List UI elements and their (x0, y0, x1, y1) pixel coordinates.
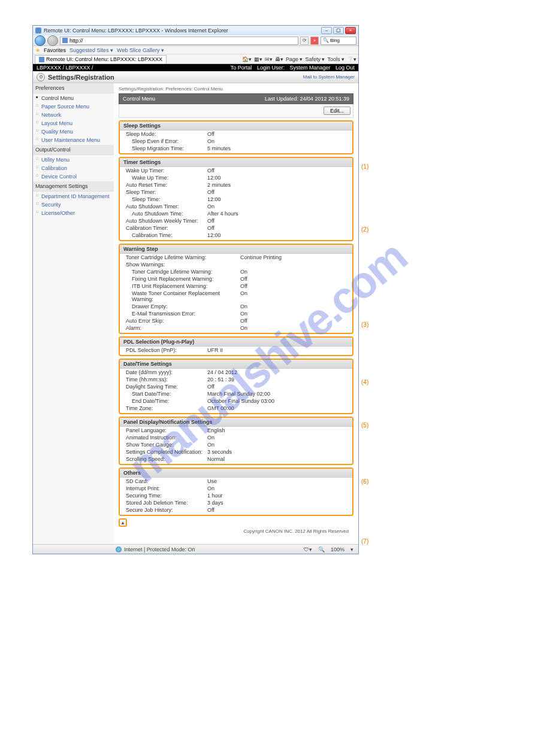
setting-label: Date (dd/mm yyyy): (126, 369, 204, 375)
setting-label: Panel Language: (126, 427, 204, 433)
sidebar-item[interactable]: User Maintenance Menu (33, 136, 114, 144)
setting-label: Scrolling Speed: (126, 456, 204, 462)
setting-value: 3 seconds (204, 449, 352, 455)
setting-value: Off (204, 507, 352, 513)
setting-value: Off (237, 276, 352, 282)
setting-row: Secure Job History:Off (120, 506, 352, 514)
setting-row: ITB Unit Replacement Warning:Off (120, 283, 352, 290)
setting-label: Calibration Time: (126, 232, 204, 238)
back-button[interactable] (35, 35, 46, 46)
setting-value: Off (204, 218, 352, 224)
sidebar-item[interactable]: Control Menu (33, 94, 114, 102)
settings-group: Timer SettingsWake Up Timer:OffWake Up T… (119, 157, 353, 241)
setting-row: Sleep Even if Error:On (120, 138, 352, 145)
mail-manager-link[interactable]: Mail to System Manager (303, 74, 355, 80)
sidebar-item[interactable]: Device Control (33, 172, 114, 181)
zoom-dropdown[interactable]: ▾ (350, 546, 353, 552)
favorites-label[interactable]: Favorites (44, 47, 66, 53)
setting-row: Toner Cartridge Lifetime Warning:On (120, 268, 352, 275)
print-icon[interactable]: 🖶▾ (275, 56, 283, 62)
portal-link[interactable]: To Portal (231, 65, 252, 71)
setting-value: Off (204, 225, 352, 231)
settings-group: Sleep SettingsSleep Mode:OffSleep Even i… (119, 120, 353, 154)
setting-label: ITB Unit Replacement Warning: (126, 283, 237, 289)
edit-button[interactable]: Edit... (324, 107, 350, 115)
setting-label: Alarm: (126, 325, 237, 331)
refresh-button[interactable]: ⟳ (300, 37, 309, 45)
url-input[interactable] (69, 38, 296, 44)
sidebar-item[interactable]: License/Other (33, 209, 114, 217)
setting-label: Auto Error Skip: (126, 318, 237, 324)
feeds-icon[interactable]: ▦▾ (254, 56, 262, 62)
page-menu[interactable]: Page ▾ (286, 56, 303, 62)
sidebar-section-header: Management Settings (33, 181, 114, 192)
fav-link-webslice[interactable]: Web Slice Gallery ▾ (117, 47, 164, 53)
setting-value: Off (237, 318, 352, 324)
setting-value (237, 262, 352, 268)
setting-row: Time (hh:mm:ss):20 : 51 : 39 (120, 376, 352, 383)
setting-label: PDL Selection (PnP): (126, 347, 204, 353)
favorites-star-icon[interactable]: ★ (35, 47, 40, 53)
close-button[interactable]: × (345, 27, 356, 34)
sidebar-item[interactable]: Security (33, 201, 114, 209)
setting-label: Auto Shutdown Weekly Timer: (126, 218, 204, 224)
setting-value: On (204, 204, 352, 210)
browser-tab[interactable]: Remote UI: Control Menu: LBPXXXX: LBPXXX… (35, 55, 167, 63)
fav-link-suggested[interactable]: Suggested Sites ▾ (69, 47, 113, 53)
sidebar-item[interactable]: Calibration (33, 164, 114, 172)
setting-value: On (237, 325, 352, 331)
minimize-button[interactable]: – (321, 27, 332, 34)
setting-label: Securing Time: (126, 493, 204, 499)
zoom-icon[interactable]: 🔍 (318, 546, 325, 552)
forward-button[interactable] (47, 35, 58, 46)
setting-value: 20 : 51 : 39 (204, 377, 352, 382)
setting-row: Panel Language:English (120, 427, 352, 434)
setting-row: Auto Shutdown Weekly Timer:Off (120, 217, 352, 224)
login-label: Login User: (257, 65, 285, 71)
mail-icon[interactable]: ✉▾ (265, 56, 273, 62)
setting-value: On (237, 303, 352, 309)
sidebar-item[interactable]: Layout Menu (33, 119, 114, 127)
stop-button[interactable]: × (310, 37, 319, 45)
tab-icon (39, 57, 44, 62)
setting-row: Auto Shutdown Time:After 4 hours (120, 210, 352, 217)
status-bar: Internet | Protected Mode: On 🛡▾ 🔍 100% … (33, 544, 358, 554)
settings-group: Warning StepToner Cartridge Lifetime War… (119, 244, 353, 334)
device-name: LBPXXXX / LBPXXXX / (37, 65, 93, 71)
setting-label: Settings Completed Notification: (126, 449, 204, 455)
sidebar-item[interactable]: Department ID Management (33, 192, 114, 201)
scroll-top-button[interactable]: ▲ (119, 518, 127, 527)
last-updated: Last Updated: 24/04 2012 20:51:39 (265, 96, 349, 102)
sidebar-item[interactable]: Network (33, 111, 114, 119)
zoom-level[interactable]: 100% (331, 546, 344, 552)
setting-label: E-Mail Transmission Error: (126, 311, 237, 317)
setting-label: Auto Reset Time: (126, 182, 204, 188)
setting-row: Animated Instruction:On (120, 434, 352, 441)
safety-menu[interactable]: Safety ▾ (305, 56, 325, 62)
sidebar-item[interactable]: Utility Menu (33, 156, 114, 164)
search-box[interactable]: 🔍 Bing (321, 37, 356, 45)
settings-group: PDL Selection (Plug-n-Play)PDL Selection… (119, 336, 353, 356)
setting-row: Wake Up Time:12:00 (120, 174, 352, 181)
setting-label: Sleep Even if Error: (126, 138, 204, 144)
setting-row: Auto Reset Time:2 minutes (120, 181, 352, 189)
setting-label: Fixing Unit Replacement Warning: (126, 276, 237, 282)
setting-value: 12:00 (204, 175, 352, 181)
maximize-button[interactable]: ▢ (333, 27, 344, 34)
setting-value: GMT 00:00 (204, 405, 352, 411)
home-icon[interactable]: 🏠▾ (242, 56, 252, 62)
setting-value: 5 minutes (204, 145, 352, 151)
sidebar-item[interactable]: Paper Source Menu (33, 102, 114, 111)
edit-row: Edit... (119, 104, 353, 118)
logout-link[interactable]: Log Out (335, 65, 355, 71)
setting-label: Wake Up Time: (126, 175, 204, 181)
setting-row: Time Zone:GMT 00:00 (120, 405, 352, 412)
sidebar-item[interactable]: Quality Menu (33, 127, 114, 136)
setting-value: Off (204, 168, 352, 174)
address-bar[interactable] (60, 37, 298, 45)
callout-3: (3) (361, 321, 368, 328)
help-icon[interactable]: ❔▾ (347, 56, 356, 62)
callout-4: (4) (361, 379, 368, 385)
tools-menu[interactable]: Tools ▾ (327, 56, 344, 62)
setting-row: Waste Toner Container Replacement Warnin… (120, 290, 352, 303)
